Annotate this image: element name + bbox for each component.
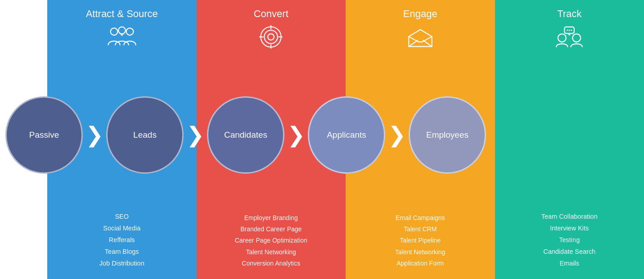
svg-point-11 [572,34,581,42]
pipeline-diagram: Attract & Source SEO [0,0,644,279]
passive-col [0,0,47,279]
engage-features: Email Campaigns Talent CRM Talent Pipeli… [346,212,495,269]
track-title: Track [557,8,581,20]
attract-title: Attract & Source [86,8,158,20]
convert-title: Convert [254,8,288,20]
track-icon [553,24,585,49]
svg-point-14 [569,29,570,31]
segment-convert: Convert Employer Branding Branded Career… [197,0,346,279]
convert-features: Employer Branding Branded Career Page Ca… [197,212,346,269]
track-features: Team Collaboration Interview Kits Testin… [495,211,644,269]
svg-point-4 [265,30,278,43]
attract-icon [106,24,138,49]
convert-icon [259,24,283,49]
segment-track: Track Team C [495,0,644,279]
svg-point-2 [118,27,126,34]
attract-features: SEO Social Media Refferals Team Blogs Jo… [47,211,197,269]
segment-attract: Attract & Source SEO [47,0,197,279]
svg-point-13 [567,29,568,31]
svg-point-5 [268,34,274,40]
svg-point-1 [126,28,133,35]
engage-icon [407,24,434,49]
svg-point-0 [110,28,117,35]
svg-point-15 [571,29,572,31]
engage-title: Engage [403,8,437,20]
segment-engage: Engage Email Campaigns Talent CRM Talent… [346,0,495,279]
svg-point-10 [558,34,566,42]
main-content: Attract & Source SEO [47,0,644,279]
